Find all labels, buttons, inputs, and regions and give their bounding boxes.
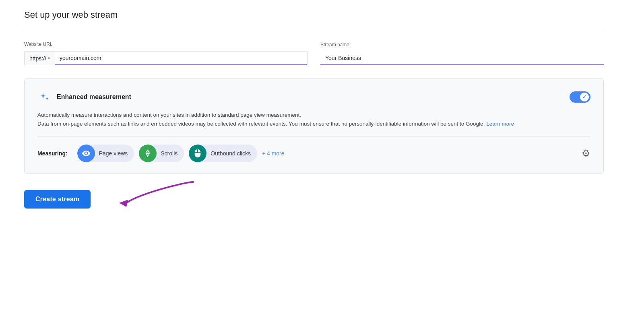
enhanced-description-1: Automatically measure interactions and c… — [37, 111, 590, 128]
toggle-wrapper[interactable]: ✓ — [570, 91, 590, 103]
name-field-group: Stream name — [320, 42, 604, 65]
learn-more-link[interactable]: Learn more — [486, 121, 514, 127]
mouse-icon-wrapper — [189, 145, 206, 162]
measuring-label: Measuring: — [37, 150, 68, 157]
diamond-icon — [143, 149, 152, 158]
eye-icon-wrapper — [77, 145, 95, 162]
measuring-items: Page views Scrolls — [77, 145, 575, 162]
enhanced-header: Enhanced measurement ✓ — [37, 90, 590, 104]
page-title: Set up your web stream — [24, 10, 604, 20]
gear-icon[interactable]: ⚙ — [582, 148, 590, 159]
form-row: Website URL https:// ▾ Stream name — [24, 41, 604, 65]
enhanced-title-row: Enhanced measurement — [37, 90, 131, 104]
url-input-wrapper: https:// ▾ — [24, 51, 308, 65]
outbound-clicks-label: Outbound clicks — [206, 150, 257, 157]
chip-scrolls: Scrolls — [139, 145, 184, 162]
chip-page-views: Page views — [77, 145, 134, 162]
page-container: Set up your web stream Website URL https… — [0, 0, 628, 233]
more-link[interactable]: + 4 more — [262, 150, 285, 157]
url-field-group: Website URL https:// ▾ — [24, 41, 308, 65]
sparkle-icon — [37, 90, 52, 104]
chip-outbound-clicks: Outbound clicks — [189, 145, 257, 162]
arrow-annotation — [113, 178, 201, 214]
divider — [24, 30, 604, 30]
enhanced-toggle[interactable]: ✓ — [570, 91, 590, 103]
toggle-thumb: ✓ — [580, 93, 589, 101]
enhanced-measurement-box: Enhanced measurement ✓ Automatically mea… — [24, 78, 604, 174]
chevron-down-icon: ▾ — [48, 56, 50, 60]
svg-marker-0 — [119, 200, 128, 207]
measuring-divider — [37, 136, 590, 136]
page-views-label: Page views — [95, 150, 134, 157]
url-input[interactable] — [55, 51, 308, 65]
measuring-row: Measuring: Page views — [37, 145, 590, 162]
url-label: Website URL — [24, 41, 308, 47]
diamond-icon-wrapper — [139, 145, 157, 162]
toggle-track: ✓ — [570, 91, 590, 103]
protocol-text: https:// — [29, 55, 46, 62]
eye-icon — [82, 149, 91, 158]
mouse-icon — [193, 149, 202, 158]
protocol-select[interactable]: https:// ▾ — [24, 51, 55, 65]
create-stream-button[interactable]: Create stream — [24, 190, 91, 209]
check-icon: ✓ — [582, 94, 586, 100]
enhanced-title: Enhanced measurement — [57, 93, 131, 101]
name-label: Stream name — [320, 42, 604, 48]
stream-name-input[interactable] — [320, 52, 604, 65]
bottom-row: Create stream — [24, 190, 604, 209]
scrolls-label: Scrolls — [157, 150, 184, 157]
